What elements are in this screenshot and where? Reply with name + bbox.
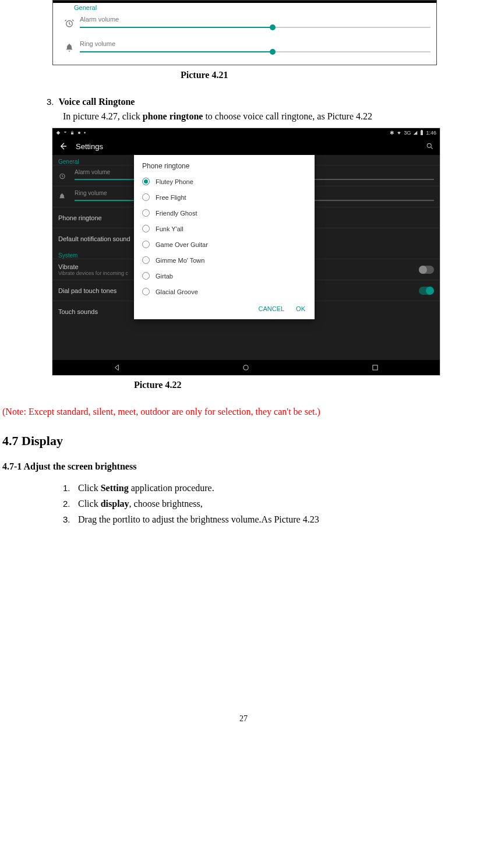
ring-volume-row: Ring volume [53,36,436,60]
bluetooth-icon: ✱ [390,130,394,136]
svg-point-7 [244,365,248,370]
signal-icon [56,130,61,135]
ringtone-option-label: Free Flight [156,194,186,201]
step-post: application procedure. [129,483,214,493]
svg-point-2 [78,132,80,134]
ringtone-option-label: Girtab [156,273,173,280]
body-pre: In picture 4.27, click [63,111,143,121]
caption-picture-421: Picture 4.21 [181,70,487,80]
ring-volume-label: Ring volume [80,40,430,47]
phone-ringtone-bold: phone ringtone [143,111,203,121]
radio-icon [142,209,150,217]
battery-icon [420,130,424,136]
status-dot-icon: • [84,130,86,136]
ringtone-option-label: Gimme Mo' Town [156,257,204,264]
ringtone-option[interactable]: Friendly Ghost [134,205,315,221]
list-num-3: 3. [47,97,54,107]
ringtone-option-label: Glacial Groove [156,288,198,295]
ringtone-option[interactable]: Glacial Groove [134,284,315,299]
psi-icon [63,130,68,135]
svg-rect-4 [421,130,422,130]
status-bar: • ✱ 3G 1:46 [52,128,440,137]
nav-home-icon[interactable] [242,364,250,372]
back-icon[interactable] [58,142,68,151]
alarm-volume-slider[interactable] [80,24,430,31]
alarm-clock-icon [59,18,80,29]
step-1: 1. Click Setting application procedure. [63,480,487,496]
dialog-cancel-button[interactable]: CANCEL [258,305,284,312]
step-bold: display [101,499,129,509]
alarm-volume-label: Alarm volume [80,16,430,23]
nav-bar [52,360,440,375]
status-time: 1:46 [426,130,436,136]
svg-rect-1 [71,132,73,134]
ringtone-option[interactable]: Flutey Phone [134,174,315,189]
body-post: to choose voice call ringtone, as Pictur… [203,111,372,121]
radio-icon [142,178,150,185]
caption-picture-422: Picture 4.22 [134,380,487,390]
phone-ringtone-dialog: Phone ringtone Flutey Phone Free Flight … [134,155,315,319]
ringtone-option[interactable]: Girtab [134,268,315,284]
ringtone-option[interactable]: Game Over Guitar [134,237,315,252]
brightness-steps: 1. Click Setting application procedure. … [63,480,487,528]
note-red: (Note: Except standard, silent, meet, ou… [2,407,487,417]
dialog-ok-button[interactable]: OK [296,305,305,312]
step-3: 3. Drag the portlito to adjust the brigh… [63,511,487,527]
dialpad-toggle[interactable] [419,287,434,295]
ringtone-option[interactable]: Gimme Mo' Town [134,252,315,268]
screenshot-sound-partial: General Alarm volume Ring volume [52,0,437,65]
step-pre: Click [78,483,101,493]
ringtone-option-label: Funk Y'all [156,225,183,232]
nav-back-icon[interactable] [113,364,121,372]
step-num: 2. [63,496,76,511]
page-number: 27 [0,714,487,724]
wifi-icon [397,130,401,135]
step-pre: Drag the portlito to adjust the brightne… [78,514,319,524]
dialog-title: Phone ringtone [134,155,315,174]
list-item-3: 3. Voice call Ringtone In picture 4.27, … [47,97,487,124]
nav-recent-icon[interactable] [371,364,379,372]
search-icon[interactable] [426,142,434,150]
bug-icon [77,130,82,135]
radio-icon [142,225,150,232]
step-pre: Click [78,499,101,509]
radio-icon [142,272,150,280]
heading-47: 4.7 Display [2,433,487,449]
radio-icon [142,241,150,248]
voice-call-ringtone-title: Voice call Ringtone [59,97,135,107]
step-num: 1. [63,481,76,496]
ringtone-option[interactable]: Free Flight [134,189,315,205]
alarm-clock-icon [58,172,75,180]
screenshot-ringtone-dialog: • ✱ 3G 1:46 Settings Gen [52,128,440,375]
ringtone-option-label: Game Over Guitar [156,241,208,248]
radio-icon [142,193,150,201]
cell-signal-icon [413,130,418,135]
step-bold: Setting [101,483,129,493]
bell-icon [58,193,75,200]
network-3g: 3G [404,130,411,136]
step-2: 2. Click display, choose brightness, [63,496,487,511]
app-bar-title: Settings [76,142,103,151]
svg-rect-8 [373,365,377,370]
svg-point-5 [427,143,431,147]
vibrate-toggle[interactable] [419,266,434,274]
ring-volume-slider[interactable] [80,48,430,55]
step-num: 3. [63,512,76,527]
step-post: , choose brightness, [129,499,203,509]
ringtone-option-label: Friendly Ghost [156,210,197,217]
section-general-label: General [53,3,436,11]
ringtone-option-label: Flutey Phone [156,178,193,185]
lock-icon [70,130,75,135]
radio-icon [142,256,150,264]
heading-471: 4.7-1 Adjust the screen brightness [2,461,487,472]
app-bar: Settings [52,137,440,155]
svg-rect-3 [421,130,423,135]
bell-icon [59,43,80,52]
alarm-volume-row: Alarm volume [53,11,436,36]
ringtone-option[interactable]: Funk Y'all [134,221,315,237]
radio-icon [142,288,150,295]
